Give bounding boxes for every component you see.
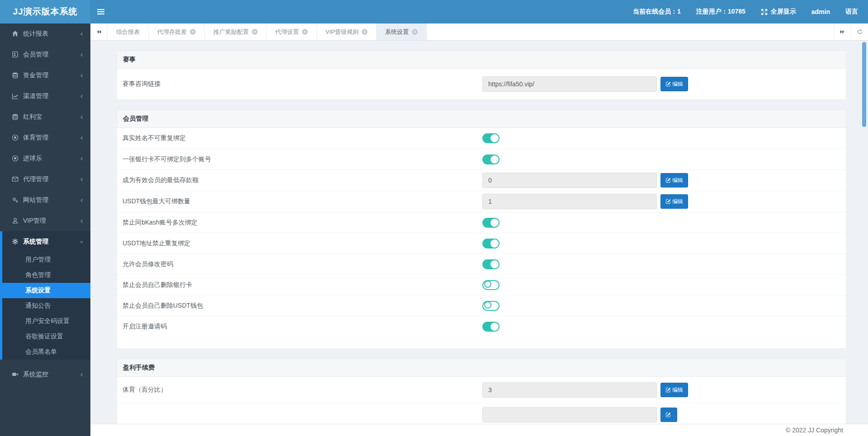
envelope-icon [12, 176, 19, 183]
chevron-left-icon [79, 177, 84, 182]
panel-title: 赛事 [117, 51, 846, 69]
edit-icon [665, 178, 671, 183]
setting-label: 禁止同bKash账号多次绑定 [123, 219, 482, 227]
setting-row: 开启注册邀请码 [117, 316, 846, 337]
sidebar-subitem-blacklist[interactable]: 会员黑名单 [2, 344, 90, 360]
setting-row: 允许会员修改密码 [117, 253, 846, 274]
forward-icon [840, 29, 845, 35]
edit-button[interactable]: 编辑 [660, 77, 688, 91]
setting-label: 一张银行卡不可绑定到多个账号 [123, 155, 482, 164]
main-content: 赛事 赛事咨询链接 编辑 会员管理 真实姓名不可重复绑定 [90, 41, 868, 424]
setting-label: 允许会员修改密码 [123, 260, 482, 268]
vertical-scrollbar-thumb[interactable] [862, 42, 866, 127]
sidebar-item-members[interactable]: 会员管理 [0, 44, 90, 65]
setting-row: 体育（百分比） 编辑 [117, 377, 846, 403]
sidebar-subitem-security-code[interactable]: 用户安全码设置 [2, 314, 90, 329]
tab-agent-settings[interactable]: 代理设置 [267, 23, 317, 40]
tab-system-settings[interactable]: 系统设置 [377, 23, 427, 40]
copyright-text: © 2022 JJ Copyright [786, 427, 843, 434]
toggle-knob [484, 301, 491, 309]
video-camera-icon [12, 371, 19, 378]
setting-row: USDT钱包最大可绑数量 编辑 [117, 191, 846, 212]
toggle-switch[interactable] [482, 239, 500, 248]
sidebar-subitem-system-settings[interactable]: 系统设置 [0, 283, 90, 298]
toggle-switch[interactable] [482, 259, 500, 269]
setting-row: USDT地址禁止重复绑定 [117, 233, 846, 253]
tabs-scroll-right-button[interactable] [834, 23, 851, 40]
edit-icon [665, 81, 671, 87]
toggle-switch[interactable] [482, 280, 500, 290]
edit-button[interactable]: 编辑 [660, 383, 688, 397]
soccer-ball-icon [12, 134, 19, 141]
toggle-switch[interactable] [482, 218, 500, 228]
sidebar-item-bonus[interactable]: 红利宝 [0, 107, 90, 127]
sidebar-item-stats-report[interactable]: 统计报表 [0, 23, 90, 44]
language-menu[interactable]: 语言 [845, 8, 858, 16]
app-logo[interactable]: JJ演示版本系统 [0, 0, 90, 23]
edit-button[interactable]: 编辑 [660, 194, 688, 209]
tab-close-icon[interactable] [190, 29, 196, 35]
usdt-wallet-max-input[interactable] [482, 194, 657, 209]
user-menu[interactable]: admin [811, 8, 830, 15]
tab-vip-promotion-rules[interactable]: VIP晋级规则 [317, 23, 377, 40]
sidebar-toggle-button[interactable] [90, 0, 111, 23]
tabs-refresh-button[interactable] [851, 23, 868, 40]
tab-comprehensive-report[interactable]: 综合报表 [108, 23, 149, 40]
tabs-scroll-left-button[interactable] [90, 23, 108, 40]
toggle-knob [491, 323, 499, 331]
panel-title: 盈利手续费 [117, 359, 846, 377]
home-icon [12, 30, 19, 38]
sidebar-item-funds[interactable]: 资金管理 [0, 65, 90, 86]
setting-row: 禁止会员自己删除银行卡 [117, 274, 846, 295]
setting-row: 成为有效会员的最低存款额 编辑 [117, 169, 846, 191]
chevron-left-icon [79, 156, 84, 161]
toggle-switch[interactable] [482, 155, 500, 164]
system-submenu: 用户管理 角色管理 系统设置 通知公告 用户安全码设置 谷歌验证设置 会员黑名单 [2, 252, 90, 360]
sidebar-item-agents[interactable]: 代理管理 [0, 169, 90, 190]
setting-input[interactable] [482, 407, 657, 422]
panel-title: 会员管理 [117, 110, 846, 128]
registered-users-count: 注册用户：10785 [696, 8, 745, 16]
sidebar-subitem-notices[interactable]: 通知公告 [2, 298, 90, 314]
hamburger-icon [97, 8, 105, 15]
sports-percent-input[interactable] [482, 382, 657, 398]
sidebar-item-system-monitor[interactable]: 系统监控 [0, 364, 90, 385]
tab-close-icon[interactable] [362, 29, 368, 35]
tab-spacer [427, 23, 834, 40]
chevron-down-icon [79, 239, 84, 244]
sidebar-subitem-google-auth[interactable]: 谷歌验证设置 [2, 329, 90, 344]
min-deposit-input[interactable] [482, 173, 657, 188]
sidebar-section-system: 系统管理 用户管理 角色管理 系统设置 通知公告 用户安全码设置 谷歌验证设置 … [0, 231, 90, 360]
sidebar-item-sports[interactable]: 体育管理 [0, 127, 90, 148]
sidebar-subitem-role-management[interactable]: 角色管理 [2, 267, 90, 283]
tab-bar: 综合报表 代理存提差 推广奖励配置 代理设置 VIP晋级规则 系统设置 [90, 23, 868, 41]
sidebar-item-website[interactable]: 网站管理 [0, 190, 90, 211]
sidebar-subitem-user-management[interactable]: 用户管理 [2, 252, 90, 267]
sidebar-item-system-management[interactable]: 系统管理 [2, 231, 90, 252]
toggle-knob [491, 155, 499, 164]
sidebar-item-goal-fun[interactable]: 进球乐 [0, 148, 90, 169]
toggle-switch[interactable] [482, 133, 500, 143]
setting-label: 禁止会员自己删除USDT钱包 [123, 302, 482, 310]
sidebar-item-vip[interactable]: VIP管理 [0, 211, 90, 231]
toggle-switch[interactable] [482, 322, 500, 332]
expand-arrows-icon [761, 9, 768, 15]
toggle-switch[interactable] [482, 301, 500, 311]
tab-promo-reward-config[interactable]: 推广奖励配置 [205, 23, 267, 40]
sidebar-item-channels[interactable]: 渠道管理 [0, 86, 90, 107]
user-icon [12, 217, 19, 225]
tab-close-icon[interactable] [302, 29, 308, 35]
edit-button[interactable] [660, 408, 677, 422]
setting-label: 赛事咨询链接 [123, 80, 482, 88]
chevron-left-icon [79, 219, 84, 224]
setting-label: 开启注册邀请码 [123, 323, 482, 331]
panel-events: 赛事 赛事咨询链接 编辑 [117, 51, 846, 100]
tab-agent-deposit-diff[interactable]: 代理存提差 [149, 23, 205, 40]
chevron-left-icon [79, 115, 84, 120]
edit-button[interactable]: 编辑 [660, 173, 688, 188]
tab-close-icon[interactable] [252, 29, 258, 35]
tab-close-icon[interactable] [412, 29, 418, 35]
event-link-input[interactable] [482, 76, 657, 92]
top-bar: JJ演示版本系统 当前在线会员：1 注册用户：10785 全屏显示 admin … [0, 0, 868, 23]
fullscreen-button[interactable]: 全屏显示 [761, 8, 796, 16]
